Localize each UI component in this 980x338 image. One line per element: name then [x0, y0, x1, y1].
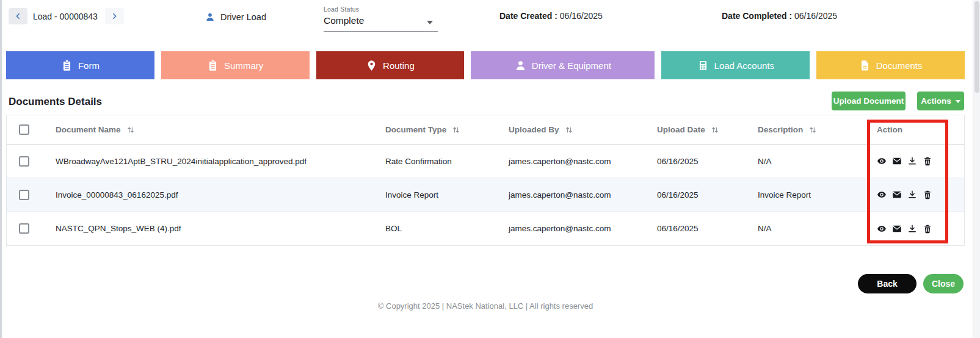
- driver-load-indicator: Driver Load: [205, 12, 266, 22]
- description-cell: N/A: [752, 157, 871, 166]
- date-completed-label: Date Completed :: [722, 11, 792, 21]
- row-actions: [871, 224, 964, 234]
- calculator-icon: [697, 60, 709, 71]
- tab-label: Form: [78, 60, 100, 71]
- tab-load-accounts[interactable]: Load Accounts: [661, 51, 810, 79]
- document-type-cell: BOL: [379, 224, 503, 233]
- upload-date-cell: 06/16/2025: [651, 190, 752, 200]
- map-pin-icon: [366, 60, 377, 71]
- upload-date-cell: 06/16/2025: [651, 157, 752, 166]
- load-documents-page: Load - 00000843 Driver Load Load Status …: [0, 0, 980, 338]
- delete-icon[interactable]: [923, 190, 932, 200]
- tab-label: Driver & Equipment: [532, 60, 611, 71]
- previous-load-button[interactable]: [9, 8, 27, 24]
- column-header-uploaded-by[interactable]: Uploaded By: [503, 125, 651, 134]
- person-icon: [205, 12, 215, 22]
- tab-label: Summary: [224, 60, 263, 71]
- uploaded-by-cell: james.caperton@nastc.com: [503, 190, 651, 200]
- column-header-upload-date[interactable]: Upload Date: [651, 125, 752, 134]
- select-underline: [324, 31, 438, 32]
- row-actions: [871, 190, 964, 200]
- email-icon[interactable]: [892, 224, 902, 234]
- date-created-label: Date Created :: [499, 11, 557, 21]
- tab-label: Documents: [876, 60, 923, 71]
- description-cell: Invoice Report: [752, 190, 871, 200]
- dropdown-caret-icon: [427, 21, 433, 24]
- column-header-description[interactable]: Description: [752, 125, 871, 134]
- page-left-edge: [0, 0, 2, 338]
- date-completed-value: 06/16/2025: [794, 11, 837, 21]
- date-completed-field: Date Completed : 06/16/2025: [722, 11, 837, 21]
- column-header-action: Action: [871, 125, 964, 134]
- tab-routing[interactable]: Routing: [316, 51, 465, 79]
- actions-dropdown-button[interactable]: Actions: [917, 92, 964, 110]
- delete-icon[interactable]: [923, 156, 932, 166]
- sort-icon[interactable]: [808, 126, 817, 134]
- tab-label: Routing: [383, 60, 415, 71]
- row-actions: [871, 156, 964, 166]
- sort-icon[interactable]: [452, 126, 460, 134]
- delete-icon[interactable]: [923, 224, 932, 234]
- uploaded-by-cell: james.caperton@nastc.com: [503, 157, 651, 166]
- view-icon[interactable]: [877, 224, 887, 234]
- chevron-right-icon: [111, 12, 118, 20]
- clipboard-icon: [61, 60, 73, 71]
- documents-table: Document Name Document Type Uploaded By …: [6, 115, 965, 246]
- scrollbar[interactable]: [973, 0, 980, 338]
- sort-icon[interactable]: [565, 126, 573, 134]
- email-icon[interactable]: [892, 190, 902, 200]
- table-row: Invoice_00000843_06162025.pdf Invoice Re…: [7, 178, 964, 212]
- copyright-footer: © Copyright 2025 | NAStek National, LLC …: [6, 301, 965, 311]
- driver-load-label: Driver Load: [220, 12, 266, 22]
- load-number-label: Load - 00000843: [33, 12, 98, 21]
- view-icon[interactable]: [877, 190, 887, 200]
- clipboard-icon: [207, 60, 219, 71]
- dropdown-caret-icon: [956, 100, 960, 103]
- select-all-checkbox[interactable]: [19, 124, 29, 135]
- tab-label: Load Accounts: [714, 60, 774, 71]
- download-icon[interactable]: [907, 156, 917, 166]
- download-icon[interactable]: [907, 190, 917, 200]
- row-checkbox[interactable]: [19, 223, 29, 234]
- date-created-value: 06/16/2025: [560, 11, 603, 21]
- document-name-cell: NASTC_QPN_Stops_WEB (4).pdf: [49, 224, 379, 233]
- document-type-cell: Invoice Report: [379, 190, 503, 200]
- load-tabs: Form Summary Routing Driver & Equipment …: [6, 51, 965, 79]
- view-icon[interactable]: [877, 156, 887, 166]
- table-row: NASTC_QPN_Stops_WEB (4).pdf BOL james.ca…: [7, 212, 964, 245]
- document-icon: [859, 60, 871, 71]
- person-icon: [515, 60, 526, 71]
- document-name-cell: Invoice_00000843_06162025.pdf: [49, 190, 379, 200]
- table-row: WBroadwayAve121AptB_STRU_2024initialappl…: [7, 145, 964, 178]
- document-type-cell: Rate Confirmation: [379, 157, 503, 166]
- page-title: Documents Details: [9, 96, 102, 108]
- description-cell: N/A: [752, 224, 871, 233]
- row-checkbox[interactable]: [19, 190, 29, 200]
- back-button[interactable]: Back: [858, 274, 916, 293]
- chevron-left-icon: [14, 12, 22, 20]
- upload-document-button[interactable]: Upload Document: [832, 92, 906, 110]
- actions-label: Actions: [921, 96, 951, 106]
- sort-icon[interactable]: [126, 126, 135, 134]
- column-header-document-type[interactable]: Document Type: [379, 125, 503, 134]
- tab-form[interactable]: Form: [6, 51, 154, 79]
- tab-driver-equipment[interactable]: Driver & Equipment: [471, 51, 655, 79]
- load-status-label: Load Status: [324, 5, 438, 13]
- sort-icon[interactable]: [711, 126, 719, 134]
- tab-summary[interactable]: Summary: [161, 51, 310, 79]
- load-status-select[interactable]: Load Status Complete: [324, 5, 438, 26]
- date-created-field: Date Created : 06/16/2025: [499, 11, 603, 21]
- email-icon[interactable]: [892, 156, 902, 166]
- table-header-row: Document Name Document Type Uploaded By …: [7, 115, 964, 145]
- tab-documents[interactable]: Documents: [816, 51, 965, 79]
- uploaded-by-cell: james.caperton@nastc.com: [503, 224, 651, 233]
- next-load-button[interactable]: [105, 8, 124, 24]
- upload-date-cell: 06/16/2025: [651, 224, 752, 233]
- close-button[interactable]: Close: [923, 274, 964, 293]
- download-icon[interactable]: [907, 224, 917, 234]
- load-status-value: Complete: [324, 15, 438, 26]
- document-name-cell: WBroadwayAve121AptB_STRU_2024initialappl…: [49, 157, 379, 166]
- scrollbar-thumb[interactable]: [975, 1, 979, 93]
- column-header-document-name[interactable]: Document Name: [49, 125, 379, 134]
- row-checkbox[interactable]: [19, 156, 29, 167]
